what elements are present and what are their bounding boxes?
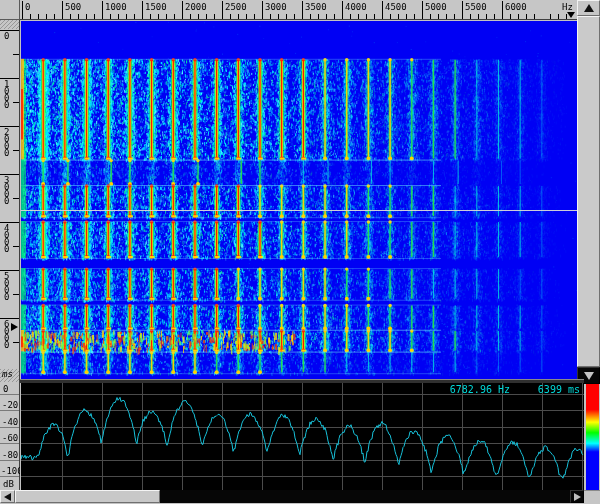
up-arrow-icon [584,4,594,12]
horizontal-scrollbar[interactable] [0,490,584,503]
cursor-frequency-readout: 6782.96 Hz [380,384,510,395]
db-ruler [0,383,20,490]
frequency-ruler [20,0,577,20]
color-scale[interactable] [586,384,599,490]
ruler-corner [0,0,20,20]
scrollbar-corner [584,490,600,504]
down-arrow-icon [584,372,594,380]
vertical-scrollbar-thumb[interactable] [577,16,600,367]
cursor-time-readout: 6399 ms [512,384,580,395]
vertical-scrollbar[interactable] [577,0,600,384]
scroll-left-button[interactable] [0,490,15,503]
scroll-right-button[interactable] [570,490,584,503]
spectrogram-display[interactable] [21,21,577,379]
time-ruler [0,20,20,383]
left-arrow-icon [4,493,11,501]
spectrogram-analyzer-window: 6782.96 Hz 6399 ms [0,0,600,504]
scroll-up-button[interactable] [577,0,600,16]
horizontal-scrollbar-track[interactable] [160,490,570,503]
right-arrow-icon [574,493,581,501]
horizontal-scrollbar-thumb[interactable] [15,490,160,503]
spectrum-display[interactable] [21,383,584,490]
